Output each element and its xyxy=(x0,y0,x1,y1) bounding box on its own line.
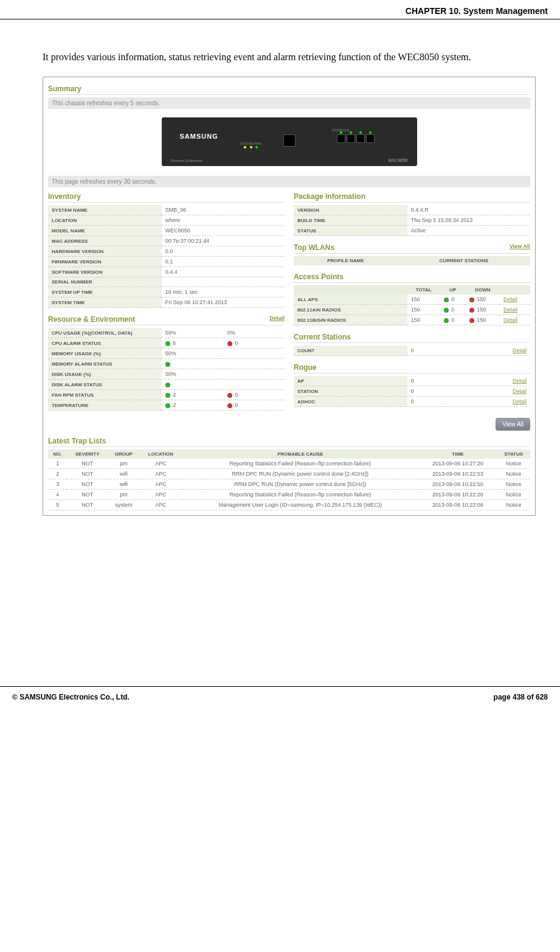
inv-value: where xyxy=(162,215,285,226)
ethernet-ports xyxy=(337,134,375,143)
inv-label: HARDWARE VERSION xyxy=(48,246,162,257)
content-area: It provides various information, status … xyxy=(0,19,560,516)
trap-cause: RRM DPC RUN (Dynamic power control done … xyxy=(182,479,418,490)
inv-value xyxy=(162,277,285,287)
rg-label: STATION xyxy=(294,386,407,397)
trap-status: Notice xyxy=(497,479,530,490)
detail-link[interactable]: Detail xyxy=(513,378,527,384)
detail-link[interactable]: Detail xyxy=(513,388,527,394)
inv-label: SYSTEM TIME xyxy=(48,297,162,308)
port-2 xyxy=(347,134,355,143)
device-brand: SAMSUNG xyxy=(180,133,218,140)
res-label: DISK ALARM STATUS xyxy=(48,380,162,390)
detail-link[interactable]: Detail xyxy=(503,296,517,302)
detail-link[interactable]: Detail xyxy=(503,317,517,323)
rogue-table: AP0DetailSTATION0DetailADHOC0Detail xyxy=(294,376,530,407)
res-label: TEMPERATURE xyxy=(48,400,162,411)
resource-table: CPU USAGE (%)(CONTROL, DATA)59%0%CPU ALA… xyxy=(48,328,285,411)
res-v2 xyxy=(224,380,285,390)
inv-label: SOFTWARE VERSION xyxy=(48,267,162,277)
topwlans-table: PROFILE NAMECURRENT STATIONS xyxy=(294,256,530,265)
pkg-value: Active xyxy=(407,226,530,236)
inv-value: WEC8050 xyxy=(162,226,285,236)
trap-loc: APC xyxy=(140,500,182,510)
res-v1 xyxy=(162,380,224,390)
inv-value: SMB_96 xyxy=(162,205,285,215)
ap-down: 150 xyxy=(466,315,500,325)
topwlans-heading: Top WLANs View All xyxy=(294,243,530,254)
trap-loc: APC xyxy=(140,469,182,479)
topwlans-heading-text: Top WLANs xyxy=(294,243,334,252)
detail-link[interactable]: Detail xyxy=(513,398,527,405)
two-column-layout: Inventory SYSTEM NAMESMB_96LOCATIONwhere… xyxy=(48,190,530,434)
led-sys xyxy=(244,146,246,148)
res-v1: 50% xyxy=(162,349,224,359)
device-model: WEC8050 xyxy=(389,158,408,162)
detail-link[interactable]: Detail xyxy=(513,347,527,353)
trap-no: 3 xyxy=(48,479,67,490)
res-v2: 0 xyxy=(224,390,285,400)
inventory-table: SYSTEM NAMESMB_96LOCATIONwhereMODEL NAME… xyxy=(48,205,285,308)
view-all-button[interactable]: View All xyxy=(496,418,530,431)
rg-value: 0 xyxy=(407,376,448,386)
res-label: MEMORY USAGE (%) xyxy=(48,349,162,359)
ap-total: 150 xyxy=(407,294,440,305)
ap-total: 150 xyxy=(407,315,440,325)
trap-col: PROBABLE CAUSE xyxy=(182,450,418,459)
trap-loc: APC xyxy=(140,459,182,469)
trap-grp: pm xyxy=(108,459,140,469)
screenshot-frame: Summary This chassis refreshes every 5 s… xyxy=(43,77,536,516)
res-v2: 0 xyxy=(224,400,285,411)
resource-detail-link[interactable]: Detail xyxy=(269,315,285,321)
trap-col: SEVERITY xyxy=(67,450,108,459)
trap-no: 5 xyxy=(48,500,67,510)
res-label: CPU ALARM STATUS xyxy=(48,338,162,349)
inv-label: LOCATION xyxy=(48,215,162,226)
device-sublabel: Wireless Enterprise xyxy=(171,159,202,162)
trap-sev: NOT xyxy=(67,459,108,469)
ap-total: 150 xyxy=(407,305,440,315)
led-pwr xyxy=(255,146,258,148)
col-profile: PROFILE NAME xyxy=(294,256,398,265)
traps-table: NO.SEVERITYGROUPLOCATIONPROBABLE CAUSETI… xyxy=(48,450,530,510)
res-v1 xyxy=(162,359,224,369)
pkg-label: VERSION xyxy=(294,205,407,215)
stations-heading: Current Stations xyxy=(294,333,530,343)
trap-status: Notice xyxy=(497,459,530,469)
trap-cause: RRM DPC RUN (Dynamic power control done … xyxy=(182,469,418,479)
trap-time: 2013-09-06 10:22:53 xyxy=(418,469,497,479)
trap-loc: APC xyxy=(140,490,182,500)
trap-grp: system xyxy=(108,500,140,510)
rg-label: AP xyxy=(294,376,407,386)
rg-value: 0 xyxy=(407,386,448,397)
left-column: Inventory SYSTEM NAMESMB_96LOCATIONwhere… xyxy=(48,190,285,434)
refresh-5sec: This chassis refreshes every 5 seconds. xyxy=(48,97,530,109)
trap-sev: NOT xyxy=(67,500,108,510)
inv-label: SYSTEM NAME xyxy=(48,205,162,215)
trap-time: 2013-09-06 10:22:50 xyxy=(418,479,497,490)
detail-link[interactable]: Detail xyxy=(503,307,517,313)
inv-value: 0.1 xyxy=(162,257,285,267)
ap-col: UP xyxy=(440,285,466,294)
inv-label: MAC ADDRESS xyxy=(48,236,162,246)
ap-down: 150 xyxy=(466,294,500,305)
page-number: page 438 of 628 xyxy=(494,693,548,701)
inv-value: 00:7e:37:00:21:d4 xyxy=(162,236,285,246)
rg-value: 0 xyxy=(407,397,448,407)
res-label: FAN RPM STATUS xyxy=(48,390,162,400)
inv-label: MODEL NAME xyxy=(48,226,162,236)
port-1 xyxy=(337,134,345,143)
ap-col: DOWN xyxy=(466,285,500,294)
trap-time: 2013-09-06 10:27:20 xyxy=(418,459,497,469)
trap-sev: NOT xyxy=(67,469,108,479)
trap-sev: NOT xyxy=(67,490,108,500)
col-stations: CURRENT STATIONS xyxy=(398,256,530,265)
body-paragraph: It provides various information, status … xyxy=(43,50,536,64)
ap-link: Detail xyxy=(500,305,530,315)
topwlans-viewall-link[interactable]: View All xyxy=(510,243,530,249)
trap-col: TIME xyxy=(418,450,497,459)
trap-col: STATUS xyxy=(497,450,530,459)
stations-table: COUNT0Detail xyxy=(294,346,530,356)
chapter-title: CHAPTER 10. System Management xyxy=(406,6,548,16)
trap-no: 4 xyxy=(48,490,67,500)
